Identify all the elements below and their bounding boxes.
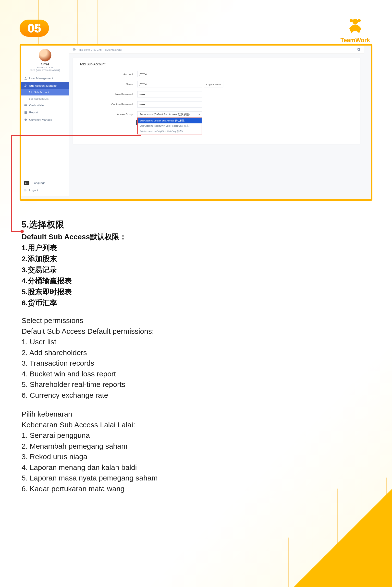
callout-dot (20, 230, 24, 233)
user-balance: Balance 378.75 (22, 66, 68, 69)
name-input[interactable] (137, 81, 202, 87)
language-badge: EN (24, 181, 29, 185)
list-item: 5. Shareholder real-time reports (22, 379, 372, 390)
list-item: 6. Currency exchange rate (22, 390, 372, 401)
page-number-badge: 05 (20, 19, 49, 37)
field-label-confirm-password: Confirm Password : (80, 103, 137, 106)
list-item: 4. Laporan menang dan kalah baldi (22, 462, 372, 473)
teamwork-icon (346, 15, 365, 34)
copy-account-button[interactable]: Copy Account (204, 81, 223, 87)
list-item: 1.用户列表 (22, 242, 372, 253)
brand-name: TeamWork (340, 37, 370, 43)
wallet-icon (24, 104, 28, 107)
sidebar-item-report[interactable]: Report (21, 109, 69, 116)
sidebar-item-label: User Management (29, 77, 53, 80)
sidebar-item-label: Sub Account Manage (29, 84, 56, 87)
step-title-cn: 5.选择权限 (22, 218, 372, 231)
step-title-en: Select permissions (22, 315, 372, 326)
sidebar-item-logout[interactable]: Logout (21, 187, 69, 194)
sidebar: A***01 Balance 378.75 MYR (MALAYSIA RING… (21, 45, 69, 196)
step-title-ms: Pilih kebenaran (22, 409, 372, 420)
sidebar-item-label: Currency Manage (29, 118, 52, 121)
avatar[interactable] (39, 49, 51, 61)
list-item: 5. Laporan masa nyata pemegang saham (22, 473, 372, 483)
list-item: 6.货币汇率 (22, 297, 372, 308)
field-label-account: Account : (80, 73, 137, 76)
list-item: 4. Bucket win and loss report (22, 369, 372, 379)
svg-point-2 (358, 19, 361, 22)
callout-line (11, 135, 12, 232)
subtitle-ms: Kebenaran Sub Access Lalai Lalai: (22, 420, 372, 430)
brand-logo: TeamWork (340, 15, 370, 43)
add-sub-account-card: Add Sub Account Account : Name : Copy Ac… (73, 57, 360, 144)
user-currency: MYR (MALAYSIA RINGGIT) (22, 69, 68, 71)
topbar: Time Zone UTC GMT +8:00(Malaysia) (69, 45, 364, 54)
sidebar-item-user-management[interactable]: User Management (21, 75, 69, 82)
list-item: 2. Menambah pemegang saham (22, 441, 372, 452)
gear-icon[interactable] (357, 47, 361, 51)
currency-icon (24, 118, 28, 121)
globe-icon (72, 48, 76, 51)
list-item: 4.分桶输赢报表 (22, 275, 372, 286)
list-item: 3. Rekod urus niaga (22, 451, 372, 462)
svg-point-3 (25, 77, 26, 79)
list-item: 1. Senarai pengguna (22, 430, 372, 441)
svg-point-0 (352, 19, 358, 24)
svg-point-1 (350, 19, 353, 22)
subtitle-en: Default Sub Access Default permissions: (22, 326, 372, 337)
callout-line (11, 231, 21, 232)
dropdown-option[interactable]: SubAccountListOnly(Sub List Only 报表) (138, 128, 202, 134)
list-item: 2.添加股东 (22, 253, 372, 264)
svg-rect-7 (24, 111, 27, 114)
sidebar-item-label: Report (29, 111, 38, 114)
sidebar-item-sub-account-manage[interactable]: Sub Account Manage (21, 82, 69, 89)
selected-option-text: SubAccount(Default Sub Access 默认权限) (140, 113, 190, 116)
new-password-input[interactable] (137, 91, 202, 97)
sidebar-subitem-sub-account-list[interactable]: Sub Account List (21, 95, 69, 102)
access-group-select[interactable]: SubAccount(Default Sub Access 默认权限) ▾ (137, 111, 202, 117)
list-item: 1. User list (22, 336, 372, 347)
account-input[interactable] (137, 71, 202, 77)
subtitle-cn: Default Sub Access默认权限： (22, 231, 372, 242)
list-item: 2. Add shareholders (22, 347, 372, 358)
field-label-name: Name : (80, 83, 137, 86)
field-label-new-password: New Password : (80, 93, 137, 96)
svg-point-4 (25, 84, 26, 85)
logout-icon (24, 189, 28, 192)
sidebar-item-currency-manage[interactable]: Currency Manage (21, 116, 69, 123)
sidebar-item-cash-wallet[interactable]: Cash Wallet (21, 102, 69, 109)
app-screenshot: A***01 Balance 378.75 MYR (MALAYSIA RING… (20, 44, 372, 201)
sidebar-item-label: Sub Account List (29, 97, 48, 100)
sidebar-subitem-add-sub-account[interactable]: Add Sub Account (21, 89, 69, 95)
card-title: Add Sub Account (80, 62, 353, 66)
user-name: A***01 (22, 63, 68, 66)
list-item: 5.股东即时报表 (22, 286, 372, 297)
section-ms: Pilih kebenaran Kebenaran Sub Access Lal… (20, 409, 372, 494)
callout-line (11, 135, 141, 136)
section-en: Select permissions Default Sub Access De… (20, 315, 372, 400)
svg-point-8 (24, 118, 27, 121)
sidebar-item-label: Logout (29, 189, 38, 192)
field-label-access-group: AccessGroup : (80, 113, 137, 116)
list-item: 3. Transaction records (22, 358, 372, 369)
main-area: Time Zone UTC GMT +8:00(Malaysia) Add Su… (69, 45, 364, 196)
svg-rect-6 (24, 104, 27, 106)
dropdown-option[interactable]: SubAccount(Default Sub Access 默认权限) (138, 118, 202, 123)
list-item: 3.交易记录 (22, 264, 372, 275)
access-group-dropdown: SubAccount(Default Sub Access 默认权限) SubA… (137, 117, 202, 134)
report-icon (24, 111, 28, 114)
chevron-down-icon: ▾ (198, 113, 200, 116)
confirm-password-input[interactable] (137, 101, 202, 107)
sidebar-item-language[interactable]: EN Language (21, 179, 69, 187)
user-icon (24, 77, 28, 80)
svg-point-5 (26, 85, 26, 86)
sidebar-item-label: Add Sub Account (29, 91, 49, 94)
sidebar-item-label: Cash Wallet (29, 104, 44, 107)
users-icon (24, 84, 28, 87)
sidebar-item-label: Language (32, 181, 45, 185)
dropdown-option[interactable]: SubAccountReportOnly(Sub Report Only 报表) (138, 123, 202, 129)
timezone-text: Time Zone UTC GMT +8:00(Malaysia) (77, 48, 122, 51)
section-cn: 5.选择权限 Default Sub Access默认权限： 1.用户列表 2.… (20, 218, 372, 308)
